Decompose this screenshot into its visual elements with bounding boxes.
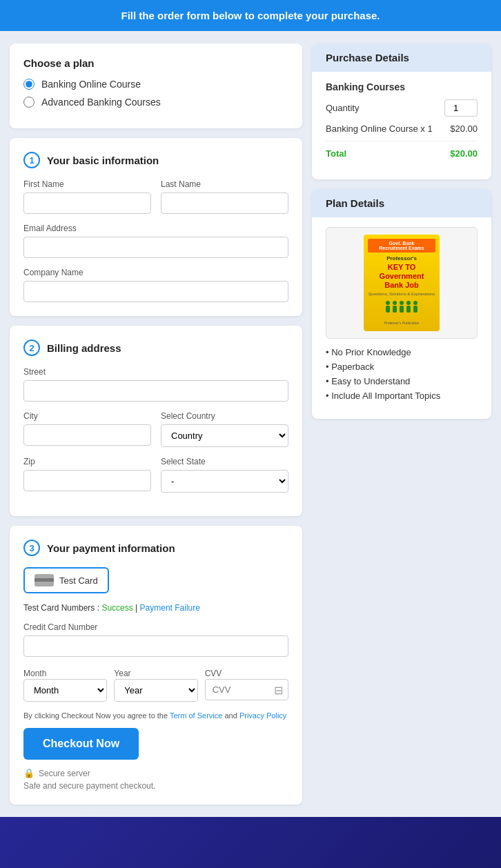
secure-label: Secure server [39,769,90,778]
last-name-input[interactable] [161,193,288,214]
total-label: Total [326,148,346,159]
purchase-details-card: Purchase Details Banking Courses Quantit… [312,43,491,179]
city-input[interactable] [23,424,151,446]
plan-label-advanced: Advanced Banking Courses [41,97,161,108]
top-banner: Fill the order form below to complete yo… [0,0,501,31]
basic-info-header: 1 Your basic information [23,152,288,168]
book-top-bar: Govt. Bank Recruitment Exams [368,239,435,253]
plan-option-banking[interactable]: Banking Online Course [23,79,288,90]
cvv-input-wrap: ⊟ [205,679,288,700]
first-name-label: First Name [23,179,151,189]
state-select[interactable]: - California New York Texas [161,470,288,493]
svg-rect-9 [413,306,418,313]
svg-point-8 [413,301,418,305]
billing-title: Billing address [47,342,121,354]
credit-card-group: Credit Card Number [23,622,288,657]
plan-features-list: No Prior Knowledge Paperback Easy to Und… [326,347,478,401]
banking-courses-label: Banking Courses [326,81,478,92]
cvv-group: CVV ⊟ [205,667,288,702]
safe-note: Safe and secure payment checkout. [23,781,288,791]
terms-text: By clicking Checkout Now you agree to th… [23,711,288,720]
city-group: City [23,411,151,447]
book-key-to: KEY TOGovernmentBank Job [380,263,424,290]
feature-4: Include All Important Topics [326,391,478,401]
zip-label: Zip [23,457,151,466]
payment-card: 3 Your payment information Test Card Tes… [10,526,302,805]
failure-link[interactable]: Payment Failure [140,603,200,613]
month-group: Month Month 01020304 05060708 09101112 [23,667,107,702]
company-input[interactable] [23,281,288,302]
svg-point-0 [386,301,390,305]
plan-label-banking: Banking Online Course [41,79,141,90]
billing-card: 2 Billing address Street City Select Cou… [10,326,302,516]
svg-rect-7 [406,306,411,313]
people-figures [384,300,420,319]
total-row: Total $20.00 [326,141,478,159]
checkout-button[interactable]: Checkout Now [23,728,139,760]
plan-details-card: Plan Details Govt. Bank Recruitment Exam… [312,189,491,419]
country-select[interactable]: Country United States United Kingdom Ind… [161,424,288,447]
month-label: Month [23,669,46,678]
secure-note: 🔒 Secure server [23,768,288,778]
banner-text: Fill the order form below to complete yo… [121,10,380,21]
success-link[interactable]: Success [101,603,132,613]
choose-plan-title: Choose a plan [23,57,288,69]
plan-option-advanced[interactable]: Advanced Banking Courses [23,97,288,108]
credit-card-icon [35,574,54,586]
credit-card-input[interactable] [23,635,288,657]
payment-title: Your payment information [47,542,175,554]
street-input[interactable] [23,380,288,402]
cvv-card-icon: ⊟ [274,683,283,696]
zip-group: Zip [23,457,151,493]
payment-header: 3 Your payment information [23,540,288,556]
email-group: Email Address [23,224,288,258]
last-name-label: Last Name [161,179,288,189]
email-label: Email Address [23,224,288,233]
svg-point-6 [406,301,411,305]
test-card-label: Test Card [59,575,98,586]
svg-point-2 [393,301,397,305]
quantity-input[interactable] [444,99,478,117]
line-item-price: $20.00 [450,124,478,134]
total-price: $20.00 [450,148,478,159]
test-card-button[interactable]: Test Card [23,567,109,593]
company-label: Company Name [23,268,288,277]
first-name-input[interactable] [23,193,151,214]
privacy-link[interactable]: Privacy Policy [239,711,286,720]
step-num-2: 2 [23,339,40,356]
line-item-row: Banking Online Course x 1 $20.00 [326,124,478,134]
year-group: Year Year 202420252026 2027202820292030 [114,667,197,702]
svg-rect-5 [400,306,404,313]
line-item-label: Banking Online Course x 1 [326,124,433,134]
lock-icon: 🔒 [23,768,35,778]
step-num-3: 3 [23,540,40,556]
plan-radio-advanced[interactable] [23,97,35,108]
month-select[interactable]: Month 01020304 05060708 09101112 [23,679,107,702]
svg-rect-1 [386,306,390,313]
quantity-label: Quantity [326,103,359,113]
city-label: City [23,411,151,421]
street-group: Street [23,367,288,402]
year-label: Year [114,669,130,678]
svg-rect-3 [393,306,397,313]
step-num-1: 1 [23,152,40,168]
country-group: Select Country Country United States Uni… [161,411,288,447]
year-select[interactable]: Year 202420252026 2027202820292030 [114,679,197,702]
state-group: Select State - California New York Texas [161,457,288,493]
purchase-details-header: Purchase Details [312,43,491,72]
terms-link[interactable]: Term of Service [170,711,222,720]
quantity-row: Quantity [326,99,478,117]
state-label: Select State [161,457,288,466]
plan-radio-banking[interactable] [23,79,35,90]
first-name-group: First Name [23,179,151,214]
country-label: Select Country [161,411,288,421]
book-image-container: Govt. Bank Recruitment Exams Professor's… [326,227,478,339]
street-label: Street [23,367,288,377]
email-input[interactable] [23,237,288,258]
company-group: Company Name [23,268,288,302]
zip-input[interactable] [23,470,151,491]
choose-plan-card: Choose a plan Banking Online Course Adva… [10,43,302,128]
cvv-label: CVV [205,669,222,678]
book-subtitle-note: Questions, Solutions & Explanations [369,292,435,296]
credit-card-label: Credit Card Number [23,622,288,632]
